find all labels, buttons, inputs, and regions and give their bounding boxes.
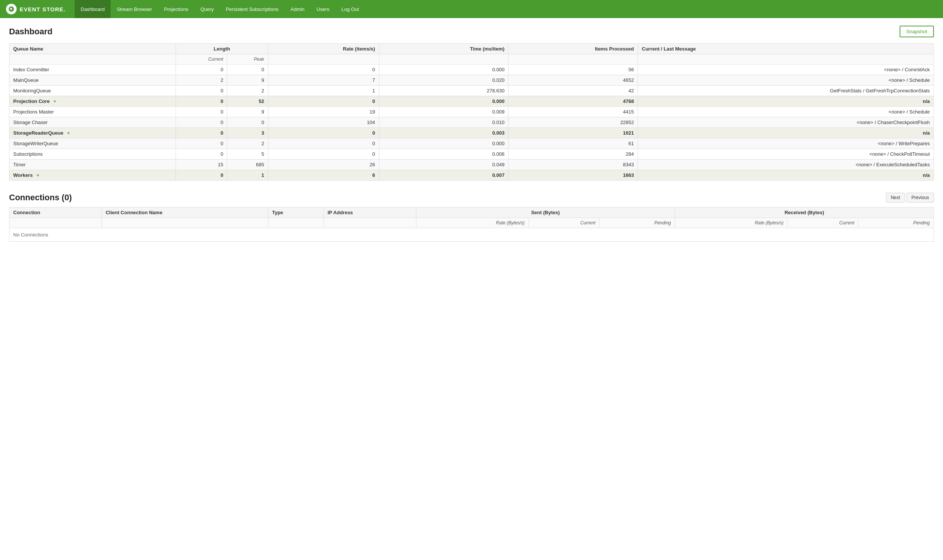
nav-items: Dashboard Stream Browser Projections Que… [75, 0, 937, 18]
queue-row-name: Storage Chaser [9, 117, 176, 128]
queue-row-peak: 1 [227, 170, 268, 181]
queue-row-current: 0 [176, 170, 227, 181]
navbar: EVENT STORE. Dashboard Stream Browser Pr… [0, 0, 943, 18]
sub-peak: Peak [227, 54, 268, 65]
queue-row-peak: 5 [227, 149, 268, 160]
queue-row-time: 0.003 [379, 128, 508, 138]
conn-sub-pending-sent: Pending [599, 218, 675, 228]
conn-sub-empty-2 [102, 218, 268, 228]
prev-button[interactable]: Previous [906, 193, 934, 203]
nav-projections[interactable]: Projections [158, 0, 194, 18]
queue-row-rate: 0 [268, 65, 379, 75]
queue-row-peak: 2 [227, 86, 268, 96]
col-ip: IP Address [324, 208, 416, 218]
queue-row-rate: 104 [268, 117, 379, 128]
queue-row-message: n/a [638, 128, 934, 138]
queue-row-peak: 9 [227, 107, 268, 117]
page-title: Dashboard [9, 27, 52, 37]
expand-icon[interactable]: + [53, 98, 56, 104]
expand-icon[interactable]: + [36, 172, 39, 178]
nav-persistent-subscriptions[interactable]: Persistent Subscriptions [220, 0, 284, 18]
queue-row-time: 278.630 [379, 86, 508, 96]
nav-users[interactable]: Users [311, 0, 336, 18]
queue-row-message: <none> / WritePrepares [638, 138, 934, 149]
queue-row-items: 4652 [508, 75, 638, 86]
conn-sub-empty-3 [268, 218, 324, 228]
queue-row-rate: 6 [268, 170, 379, 181]
queue-row-peak: 3 [227, 128, 268, 138]
queue-row-peak: 9 [227, 75, 268, 86]
nav-dashboard[interactable]: Dashboard [75, 0, 111, 18]
queue-row-name: MainQueue [9, 75, 176, 86]
col-items: Items Processed [508, 44, 638, 54]
queue-table-body: Index Committer0000.00056<none> / Commit… [9, 65, 934, 181]
queue-row-items: 42 [508, 86, 638, 96]
queue-row-items: 61 [508, 138, 638, 149]
nav-admin[interactable]: Admin [285, 0, 311, 18]
queue-row-peak: 2 [227, 138, 268, 149]
queue-row-current: 0 [176, 86, 227, 96]
nav-query[interactable]: Query [194, 0, 220, 18]
logo-text: EVENT STORE. [20, 6, 66, 12]
sub-empty-4 [508, 54, 638, 65]
connections-header-row: Connection Client Connection Name Type I… [9, 208, 934, 218]
queue-row: MainQueue2970.0204652<none> / Schedule [9, 75, 934, 86]
connections-title: Connections (0) [9, 193, 72, 203]
queue-row-message: <none> / CheckPollTimeout [638, 149, 934, 160]
queue-row-name: Projection Core + [9, 96, 176, 107]
queue-row-current: 0 [176, 128, 227, 138]
nav-logout[interactable]: Log Out [336, 0, 365, 18]
queue-row-time: 0.000 [379, 138, 508, 149]
logo-icon [6, 4, 17, 14]
conn-sub-rate-sent: Rate (Bytes/s) [416, 218, 528, 228]
queue-row-rate: 0 [268, 128, 379, 138]
conn-sub-current-recv: Current [787, 218, 858, 228]
connections-table: Connection Client Connection Name Type I… [9, 207, 934, 242]
queue-row: Projection Core +05200.0004768n/a [9, 96, 934, 107]
expand-icon[interactable]: + [67, 130, 70, 136]
queue-row-items: 4768 [508, 96, 638, 107]
page-header: Dashboard Snapshot [9, 26, 934, 37]
queue-row-current: 0 [176, 107, 227, 117]
queue-table-subheader-row: Current Peak [9, 54, 934, 65]
col-connection: Connection [9, 208, 102, 218]
queue-row-items: 284 [508, 149, 638, 160]
conn-sub-pending-recv: Pending [858, 218, 934, 228]
queue-row-current: 15 [176, 160, 227, 170]
queue-row: MonitoringQueue021278.63042GetFreshStats… [9, 86, 934, 96]
queue-row: Workers +0160.0071663n/a [9, 170, 934, 181]
queue-row-message: <none> / ExecuteScheduledTasks [638, 160, 934, 170]
queue-row-message: <none> / ChaserCheckpointFlush [638, 117, 934, 128]
conn-sub-rate-recv: Rate (Bytes/s) [675, 218, 787, 228]
queue-row-time: 0.000 [379, 96, 508, 107]
queue-row-current: 0 [176, 96, 227, 107]
queue-row-name: Workers + [9, 170, 176, 181]
queue-row-current: 0 [176, 149, 227, 160]
conn-sub-current-sent: Current [528, 218, 599, 228]
sub-empty-3 [379, 54, 508, 65]
conn-sub-empty-1 [9, 218, 102, 228]
col-message: Current / Last Message [638, 44, 934, 54]
next-button[interactable]: Next [886, 193, 905, 203]
queue-row-time: 0.009 [379, 107, 508, 117]
col-queue-name: Queue Name [9, 44, 176, 54]
nav-stream-browser[interactable]: Stream Browser [111, 0, 158, 18]
queue-row-time: 0.010 [379, 117, 508, 128]
queue-table: Queue Name Length Rate (items/s) Time (m… [9, 43, 934, 181]
queue-row-name: Index Committer [9, 65, 176, 75]
queue-row-time: 0.006 [379, 149, 508, 160]
queue-row-peak: 0 [227, 117, 268, 128]
queue-row: StorageWriterQueue0200.00061<none> / Wri… [9, 138, 934, 149]
queue-row: StorageReaderQueue +0300.0031021n/a [9, 128, 934, 138]
queue-row-items: 4415 [508, 107, 638, 117]
snapshot-button[interactable]: Snapshot [900, 26, 934, 37]
queue-row-name: StorageWriterQueue [9, 138, 176, 149]
pagination: Next Previous [886, 193, 934, 203]
queue-row-message: <none> / Schedule [638, 75, 934, 86]
sub-empty-1 [9, 54, 176, 65]
sub-empty-5 [638, 54, 934, 65]
sub-empty-2 [268, 54, 379, 65]
queue-row-message: <none> / CommitAck [638, 65, 934, 75]
queue-row-time: 0.020 [379, 75, 508, 86]
queue-row-peak: 0 [227, 65, 268, 75]
